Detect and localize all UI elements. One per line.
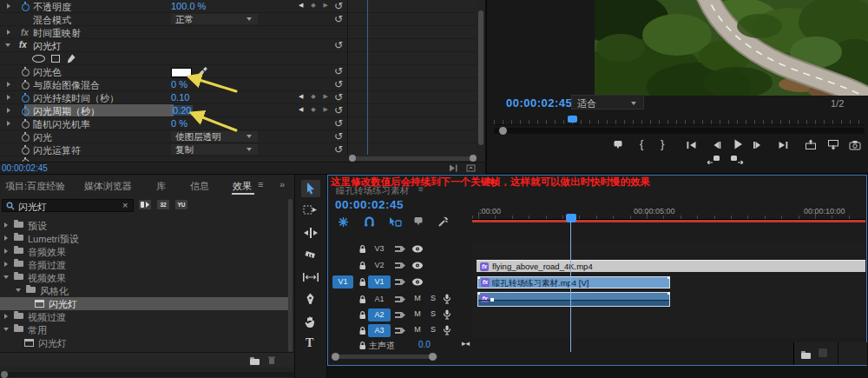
- master-track-label[interactable]: 主声道: [369, 340, 395, 352]
- footer-timecode[interactable]: 00:00:02:45: [2, 163, 48, 173]
- tree-item-stylize[interactable]: 风格化: [0, 284, 289, 297]
- voiceover-mic-icon[interactable]: [443, 294, 451, 304]
- reset-icon[interactable]: ↺: [334, 143, 343, 156]
- track-name-button[interactable]: A1: [368, 293, 391, 306]
- pen-mask-icon[interactable]: [67, 54, 76, 63]
- row-random-strobe[interactable]: 随机闪光机率 0 % ↺: [0, 117, 347, 130]
- ellipse-mask-icon[interactable]: [32, 55, 45, 63]
- tab-media-browser[interactable]: 媒体浏览器: [84, 180, 132, 193]
- project-hscrollbar[interactable]: [0, 372, 294, 377]
- property-value[interactable]: 100.0 %: [171, 1, 206, 11]
- export-frame-icon[interactable]: [466, 164, 476, 172]
- track-name-button[interactable]: V2: [368, 259, 391, 272]
- lock-icon[interactable]: [358, 310, 367, 320]
- sync-lock-icon[interactable]: [394, 311, 406, 319]
- more-tabs-icon[interactable]: »: [279, 179, 285, 189]
- property-value[interactable]: 0.10: [171, 92, 189, 103]
- mute-button[interactable]: M: [412, 293, 423, 303]
- horizontal-scrollbar[interactable]: [350, 156, 476, 161]
- extract-button[interactable]: [827, 139, 839, 150]
- sync-lock-icon[interactable]: [394, 245, 406, 253]
- reset-icon[interactable]: ↺: [334, 117, 343, 129]
- vertical-scrollbar[interactable]: [478, 10, 483, 145]
- tree-item-presets[interactable]: 预设: [0, 219, 289, 232]
- trim-handle[interactable]: [667, 292, 670, 295]
- track-lane-a2[interactable]: [472, 308, 865, 322]
- keyframe-nav[interactable]: ◀ ◆ ▶: [299, 106, 328, 113]
- add-marker-button[interactable]: [613, 140, 623, 150]
- stopwatch-icon[interactable]: [22, 108, 30, 116]
- prev-keyframe-icon[interactable]: ◀: [299, 2, 303, 9]
- track-output-eye-icon[interactable]: [411, 245, 424, 253]
- delete-icon[interactable]: [267, 355, 276, 365]
- lock-icon[interactable]: [358, 244, 367, 254]
- tab-project[interactable]: 项目:百度经验: [5, 180, 65, 193]
- property-value[interactable]: 0 %: [171, 79, 187, 90]
- yuv-badge[interactable]: YU: [175, 200, 187, 209]
- tree-item-lumetri-presets[interactable]: Lumetri预设: [0, 232, 289, 245]
- twirl-icon[interactable]: [7, 95, 10, 100]
- track-lane-v3[interactable]: [472, 242, 865, 256]
- timeline-zoom-scrollbar[interactable]: [333, 355, 437, 359]
- pen-tool[interactable]: [305, 293, 316, 306]
- sync-lock-icon[interactable]: [394, 262, 406, 269]
- timeline-settings-wrench-icon[interactable]: [437, 216, 450, 228]
- twirl-icon[interactable]: [5, 43, 10, 47]
- keyframe-nav[interactable]: ◀ ◆ ▶: [299, 2, 328, 9]
- type-tool[interactable]: T: [306, 336, 313, 350]
- master-volume-value[interactable]: 0.0: [418, 340, 431, 349]
- fit-dropdown[interactable]: 适合: [571, 95, 644, 109]
- add-marker-button[interactable]: [413, 216, 424, 227]
- mark-out-button[interactable]: }: [661, 137, 664, 150]
- stopwatch-icon[interactable]: [22, 3, 30, 11]
- slip-tool[interactable]: [302, 272, 319, 282]
- 32bit-badge[interactable]: 32: [157, 200, 169, 209]
- ripple-edit-tool[interactable]: [302, 227, 319, 239]
- row-opacity[interactable]: 不透明度 100.0 % ◀ ◆ ▶ ↺: [0, 0, 347, 13]
- reset-icon[interactable]: ↺: [334, 13, 343, 25]
- solo-button[interactable]: S: [428, 308, 438, 319]
- sync-lock-icon[interactable]: [394, 327, 406, 335]
- step-forward-button[interactable]: [753, 140, 763, 150]
- rect-mask-icon[interactable]: [51, 55, 60, 63]
- scrollbar-handle-left[interactable]: [349, 155, 356, 162]
- stopwatch-icon[interactable]: [22, 147, 30, 155]
- monitor-mini-ruler[interactable]: [494, 115, 865, 125]
- trim-handle[interactable]: [667, 276, 670, 279]
- lock-icon[interactable]: [358, 277, 367, 287]
- accelerated-effects-badge[interactable]: [139, 200, 151, 209]
- stopwatch-icon[interactable]: [22, 95, 30, 103]
- lock-icon[interactable]: [358, 261, 367, 270]
- play-button[interactable]: [732, 138, 744, 150]
- row-strobe-period[interactable]: 闪光周期（秒） 0.20 ◀ ◆ ▶ ↺: [0, 104, 347, 117]
- zoom-handle-right[interactable]: [429, 353, 437, 361]
- export-frame-button[interactable]: [849, 140, 861, 150]
- mark-in-button[interactable]: {: [640, 137, 643, 150]
- play-around-icon[interactable]: [448, 164, 458, 172]
- voiceover-mic-icon[interactable]: [443, 325, 451, 335]
- reset-icon[interactable]: ↺: [334, 91, 343, 103]
- track-name-button[interactable]: A2: [368, 308, 391, 322]
- track-name-button[interactable]: V1: [368, 275, 391, 288]
- zoom-handle-left[interactable]: [332, 353, 339, 361]
- solo-button[interactable]: S: [428, 293, 438, 303]
- reset-icon[interactable]: ↺: [334, 130, 343, 143]
- volume-rubber-band[interactable]: [478, 300, 669, 301]
- track-select-forward-tool[interactable]: [303, 204, 319, 216]
- tree-item-common[interactable]: 常用: [0, 323, 289, 336]
- monitor-scrollbar-handle[interactable]: [499, 127, 507, 135]
- lock-icon[interactable]: [358, 341, 367, 350]
- lock-icon[interactable]: [358, 326, 367, 335]
- track-output-eye-icon[interactable]: [411, 262, 424, 269]
- program-timecode[interactable]: 00:00:02:45: [506, 96, 572, 109]
- row-effect-strobe[interactable]: fx 闪光灯 ↺: [0, 39, 347, 52]
- mute-button[interactable]: M: [412, 308, 423, 319]
- video-preview[interactable]: [595, 0, 868, 96]
- stopwatch-icon[interactable]: [22, 134, 30, 142]
- stopwatch-icon[interactable]: [22, 82, 30, 90]
- step-back-button[interactable]: [711, 140, 721, 150]
- track-lane-a3[interactable]: [472, 323, 865, 338]
- tree-item-audio-effects[interactable]: 音频效果: [0, 245, 289, 258]
- reset-icon[interactable]: ↺: [334, 104, 343, 116]
- add-keyframe-icon[interactable]: ◆: [311, 106, 315, 113]
